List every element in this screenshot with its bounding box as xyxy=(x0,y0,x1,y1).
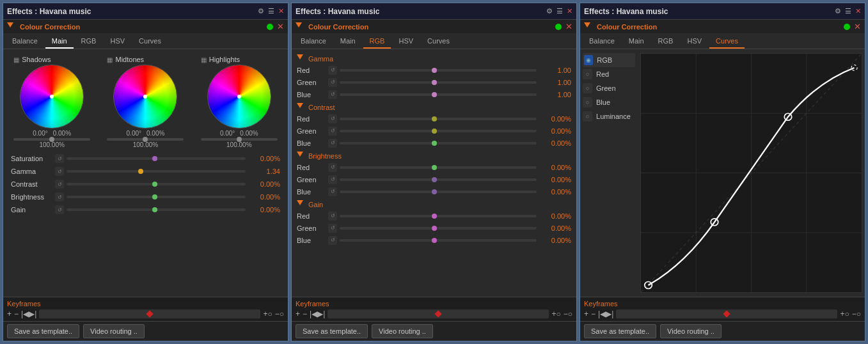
kf-track-3[interactable] xyxy=(616,309,837,318)
tab-balance-1[interactable]: Balance xyxy=(6,35,44,49)
rgb-contrast-red-slider[interactable] xyxy=(340,118,537,120)
tab-main-2[interactable]: Main xyxy=(334,35,362,49)
kf-track-1[interactable] xyxy=(39,309,260,318)
kf-plus2-2[interactable]: +○ xyxy=(551,309,560,318)
rgb-contrast-green-slider[interactable] xyxy=(340,130,537,132)
tab-rgb-1[interactable]: RGB xyxy=(75,35,103,49)
curve-graph[interactable] xyxy=(640,53,862,293)
midtones-zoom-slider[interactable] xyxy=(107,138,184,141)
kf-minus-3[interactable]: − xyxy=(591,309,596,318)
rgb-gamma-blue-slider[interactable] xyxy=(340,93,537,96)
close-icon-3[interactable]: ✕ xyxy=(855,7,861,15)
video-routing-btn-1[interactable]: Video routing .. xyxy=(83,324,145,338)
enabled-indicator-3[interactable] xyxy=(844,24,850,30)
channel-luminance-row[interactable]: ○ Luminance xyxy=(583,109,635,123)
close-icon-1[interactable]: ✕ xyxy=(278,7,284,15)
kf-track-2[interactable] xyxy=(327,309,549,318)
brightness-reset[interactable]: ↺ xyxy=(55,192,64,201)
rgb-brightness-green-reset[interactable]: ↺ xyxy=(328,175,337,184)
settings-icon-1[interactable]: ⚙ xyxy=(258,7,264,15)
kf-add-3[interactable]: + xyxy=(584,309,588,318)
kf-add-1[interactable]: + xyxy=(7,309,12,318)
collapse-icon-2[interactable] xyxy=(296,22,302,31)
kf-plus2-3[interactable]: +○ xyxy=(840,309,849,318)
save-template-btn-1[interactable]: Save as template.. xyxy=(7,324,79,338)
tab-curves-2[interactable]: Curves xyxy=(421,35,456,49)
tab-hsv-3[interactable]: HSV xyxy=(681,35,708,49)
channel-red-label[interactable]: Red xyxy=(596,70,635,78)
kf-minus2-3[interactable]: −○ xyxy=(852,309,861,318)
gamma-collapse-icon[interactable] xyxy=(297,54,303,63)
channel-rgb-row[interactable]: ◉ RGB xyxy=(583,53,635,67)
midtones-wheel-circle[interactable] xyxy=(113,65,177,129)
kf-minus2-1[interactable]: −○ xyxy=(275,309,284,318)
menu-icon-1[interactable]: ☰ xyxy=(268,7,274,15)
brightness-collapse-icon[interactable] xyxy=(297,152,303,160)
gamma-slider[interactable] xyxy=(67,170,246,173)
menu-icon-2[interactable]: ☰ xyxy=(556,7,563,15)
gain-slider[interactable] xyxy=(67,208,246,211)
save-template-btn-2[interactable]: Save as template.. xyxy=(296,324,368,338)
gamma-reset[interactable]: ↺ xyxy=(55,167,64,176)
brightness-slider[interactable] xyxy=(67,196,246,198)
channel-red-row[interactable]: ○ Red xyxy=(583,67,635,81)
saturation-slider[interactable] xyxy=(67,157,246,160)
kf-plus2-1[interactable]: +○ xyxy=(263,309,272,318)
rgb-brightness-blue-slider[interactable] xyxy=(340,191,537,193)
highlights-wheel-circle[interactable] xyxy=(207,65,271,129)
remove-icon-3[interactable]: ✕ xyxy=(854,22,861,31)
settings-icon-3[interactable]: ⚙ xyxy=(835,7,841,15)
close-icon-2[interactable]: ✕ xyxy=(567,7,572,15)
enabled-indicator-2[interactable] xyxy=(555,24,562,30)
rgb-contrast-blue-reset[interactable]: ↺ xyxy=(328,139,337,148)
rgb-brightness-red-slider[interactable] xyxy=(340,166,537,169)
rgb-contrast-blue-slider[interactable] xyxy=(340,142,537,145)
kf-minus2-2[interactable]: −○ xyxy=(564,309,572,318)
remove-icon-1[interactable]: ✕ xyxy=(277,22,284,31)
contrast-collapse-icon[interactable] xyxy=(297,103,303,111)
rgb-gamma-green-reset[interactable]: ↺ xyxy=(328,78,337,87)
rgb-gain-blue-reset[interactable]: ↺ xyxy=(328,236,337,245)
rgb-gain-blue-slider[interactable] xyxy=(340,239,537,242)
tab-rgb-2[interactable]: RGB xyxy=(363,35,391,49)
rgb-gamma-red-reset[interactable]: ↺ xyxy=(328,66,337,75)
kf-minus-1[interactable]: − xyxy=(14,309,19,318)
channel-luminance-label[interactable]: Luminance xyxy=(596,113,635,120)
menu-icon-3[interactable]: ☰ xyxy=(845,7,851,15)
tab-main-1[interactable]: Main xyxy=(45,35,74,49)
rgb-brightness-blue-reset[interactable]: ↺ xyxy=(328,187,337,196)
settings-icon-2[interactable]: ⚙ xyxy=(546,7,553,15)
channel-green-label[interactable]: Green xyxy=(596,84,635,92)
rgb-gamma-green-slider[interactable] xyxy=(340,81,537,84)
gain-collapse-icon[interactable] xyxy=(297,200,303,208)
kf-add-2[interactable]: + xyxy=(296,309,300,318)
rgb-gamma-blue-reset[interactable]: ↺ xyxy=(328,90,337,99)
contrast-reset[interactable]: ↺ xyxy=(55,180,64,189)
saturation-reset[interactable]: ↺ xyxy=(55,154,64,163)
enabled-indicator-1[interactable] xyxy=(267,24,273,30)
remove-icon-2[interactable]: ✕ xyxy=(565,22,572,31)
rgb-gamma-red-slider[interactable] xyxy=(340,69,537,72)
kf-nav-1[interactable]: |◀▶| xyxy=(21,309,36,318)
channel-blue-label[interactable]: Blue xyxy=(596,98,635,106)
rgb-gain-green-slider[interactable] xyxy=(340,227,537,230)
tab-balance-2[interactable]: Balance xyxy=(294,35,333,49)
video-routing-btn-3[interactable]: Video routing .. xyxy=(660,324,722,338)
tab-main-3[interactable]: Main xyxy=(622,35,651,49)
tab-curves-1[interactable]: Curves xyxy=(132,35,168,49)
kf-nav-2[interactable]: |◀▶| xyxy=(310,309,325,318)
rgb-contrast-red-reset[interactable]: ↺ xyxy=(328,114,337,123)
tab-hsv-1[interactable]: HSV xyxy=(104,35,131,49)
channel-rgb-label[interactable]: RGB xyxy=(597,56,634,64)
tab-curves-3[interactable]: Curves xyxy=(709,35,745,49)
gain-reset[interactable]: ↺ xyxy=(55,205,64,214)
contrast-slider[interactable] xyxy=(67,183,246,185)
collapse-icon-3[interactable] xyxy=(584,22,590,31)
channel-blue-row[interactable]: ○ Blue xyxy=(583,95,635,109)
channel-green-row[interactable]: ○ Green xyxy=(583,81,635,95)
kf-minus-2[interactable]: − xyxy=(303,309,307,318)
save-template-btn-3[interactable]: Save as template.. xyxy=(584,324,656,338)
shadows-wheel-circle[interactable] xyxy=(20,65,84,129)
rgb-brightness-green-slider[interactable] xyxy=(340,178,537,181)
rgb-gain-green-reset[interactable]: ↺ xyxy=(328,224,337,233)
